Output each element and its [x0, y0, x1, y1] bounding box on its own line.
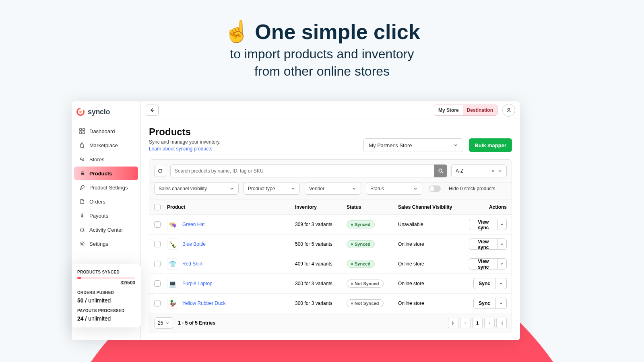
view-sync-button[interactable]: View sync — [469, 239, 498, 250]
clear-sort-icon[interactable] — [491, 169, 495, 173]
tool-icon — [79, 184, 85, 191]
status-badge: Synced — [347, 260, 375, 268]
sidebar-item-product-settings[interactable]: Product Settings — [74, 181, 138, 194]
stats-payouts-value: 24 / unlimited — [77, 315, 135, 322]
svg-point-0 — [79, 111, 82, 113]
table-row: 👒Green Hat309 for 3 variantsSyncedUnavai… — [149, 215, 512, 234]
hero: ☝️ One simple click to import products a… — [0, 0, 644, 80]
pager: |‹ ‹ 1 › ›| — [448, 318, 507, 328]
table-footer: 25 1 - 5 of 5 Entries |‹ ‹ 1 › ›| — [149, 313, 512, 333]
row-checkbox[interactable] — [154, 280, 161, 287]
stats-card: PRODUCTS SYNCED 32/500 ORDERS PUSHED 50 … — [72, 264, 141, 327]
chevron-down-icon — [413, 186, 418, 191]
store-mode-toggle: My Store Destination — [434, 105, 497, 116]
col-header-status: Status — [347, 204, 398, 210]
sidebar-item-orders[interactable]: Orders — [74, 195, 138, 208]
action-more-button[interactable] — [495, 278, 507, 289]
sidebar-item-marketplace[interactable]: Marketplace — [74, 138, 138, 152]
sidebar-item-activity[interactable]: Activity Center — [74, 223, 138, 237]
product-link[interactable]: Yellow Rubber Duck — [182, 300, 226, 306]
refresh-button[interactable] — [154, 165, 166, 177]
logo-text: syncio — [88, 108, 110, 116]
page-subtitle: Sync and manage your inventory. — [149, 139, 221, 145]
bulk-mapper-button[interactable]: Bulk mapper — [469, 138, 512, 152]
inventory-cell: 500 for 5 variants — [295, 241, 347, 247]
learn-link[interactable]: Learn about syncing products — [149, 146, 212, 152]
search-icon — [438, 168, 444, 174]
product-link[interactable]: Green Hat — [182, 222, 204, 227]
pager-last[interactable]: ›| — [496, 318, 507, 328]
status-badge: Synced — [347, 220, 375, 228]
inventory-cell: 300 for 3 variants — [295, 281, 347, 286]
chevron-down-icon — [497, 169, 502, 173]
stats-synced-value: 32/500 — [77, 280, 135, 286]
mystore-tab[interactable]: My Store — [434, 105, 463, 115]
sidebar-item-products[interactable]: Products — [74, 167, 138, 180]
status-badge: Not Synced — [347, 280, 384, 288]
sort-select[interactable]: A-Z — [451, 165, 507, 177]
row-checkbox[interactable] — [154, 221, 161, 228]
view-sync-button[interactable]: View sync — [469, 258, 498, 269]
hide-zero-label: Hide 0 stock products — [449, 186, 495, 191]
status-badge: Synced — [347, 240, 375, 248]
chevron-down-icon — [229, 186, 234, 191]
sync-button[interactable]: Sync — [473, 298, 495, 309]
action-more-button[interactable] — [495, 298, 507, 309]
svg-point-6 — [508, 108, 510, 110]
sidebar-item-dashboard[interactable]: Dashboard — [74, 124, 138, 138]
svg-point-5 — [81, 243, 83, 245]
product-thumb: 🍾 — [167, 239, 178, 250]
point-up-icon: ☝️ — [224, 19, 250, 44]
stats-synced-label: PRODUCTS SYNCED — [77, 270, 135, 274]
visibility-cell: Online store — [398, 281, 469, 286]
destination-tab[interactable]: Destination — [463, 105, 497, 115]
gear-icon — [79, 241, 85, 247]
pager-next[interactable]: › — [484, 318, 495, 328]
select-all-checkbox[interactable] — [154, 204, 161, 210]
pager-first[interactable]: |‹ — [448, 318, 458, 328]
product-link[interactable]: Purple Laptop — [182, 281, 213, 286]
product-thumb: 👕 — [167, 258, 178, 269]
bell-icon — [79, 226, 85, 233]
dollar-icon — [79, 212, 85, 219]
chevron-down-icon — [499, 282, 503, 286]
file-icon — [79, 198, 85, 205]
chevron-down-icon — [165, 321, 169, 325]
store-select[interactable]: My Partner's Store — [363, 138, 463, 152]
list-icon — [79, 170, 85, 177]
pager-current[interactable]: 1 — [472, 318, 483, 328]
inventory-cell: 309 for 3 variants — [295, 222, 347, 227]
avatar-button[interactable] — [502, 104, 515, 117]
sidebar-item-payouts[interactable]: Payouts — [74, 209, 138, 222]
search-button[interactable] — [434, 165, 447, 177]
view-sync-button[interactable]: View sync — [469, 219, 498, 230]
action-more-button[interactable] — [498, 219, 507, 230]
page-body: Products Sync and manage your inventory.… — [141, 119, 520, 340]
page-size-select[interactable]: 25 — [154, 317, 173, 329]
row-checkbox[interactable] — [154, 300, 161, 306]
row-checkbox[interactable] — [154, 261, 161, 267]
page-title: Products — [149, 126, 221, 138]
filter-type[interactable]: Product type — [244, 183, 300, 195]
table-row: 🦆Yellow Rubber Duck300 for 3 variantsNot… — [149, 294, 512, 313]
action-more-button[interactable] — [498, 239, 507, 250]
sidebar-item-settings[interactable]: Settings — [74, 237, 138, 251]
back-button[interactable] — [146, 105, 159, 116]
visibility-cell: Online store — [398, 261, 469, 267]
filter-vendor[interactable]: Vendor — [305, 183, 361, 195]
product-link[interactable]: Blue Bottle — [182, 241, 206, 247]
product-link[interactable]: Red Shirt — [182, 261, 202, 267]
refresh-icon — [157, 168, 163, 174]
chevron-down-icon — [453, 143, 458, 148]
filter-visibility[interactable]: Sales channel visibility — [154, 183, 239, 195]
filter-status[interactable]: Status — [366, 183, 422, 195]
row-checkbox[interactable] — [154, 241, 161, 247]
action-more-button[interactable] — [498, 258, 507, 269]
sync-button[interactable]: Sync — [473, 278, 495, 289]
search-input[interactable] — [170, 165, 434, 177]
entries-text: 1 - 5 of 5 Entries — [178, 320, 215, 326]
sidebar-item-stores[interactable]: Stores — [74, 152, 138, 166]
hide-zero-toggle[interactable] — [429, 185, 441, 192]
pager-prev[interactable]: ‹ — [460, 318, 471, 328]
col-header-inventory: Inventory — [295, 204, 347, 210]
